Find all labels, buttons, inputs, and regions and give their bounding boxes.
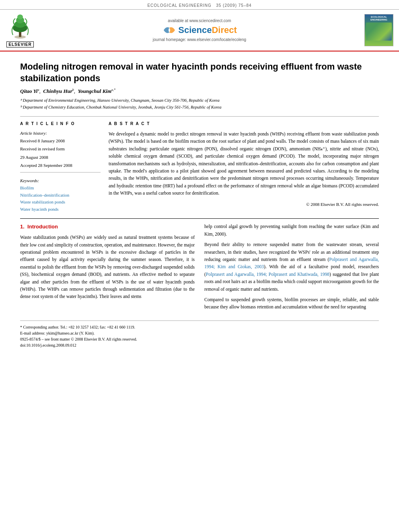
journal-homepage: journal homepage: www.elsevier.com/locat… — [153, 37, 246, 42]
ref-polprasert1994b[interactable]: Polprasert and Agarwalla, 1994; — [206, 272, 267, 277]
author1-name: Qitao Yi — [20, 88, 37, 94]
sd-label: ScienceDirect — [178, 25, 237, 35]
intro-number: 1. — [20, 224, 25, 230]
author3-sup: a,* — [111, 88, 115, 92]
eco-cover: ECOLOGICAL ENGINEERING — [363, 13, 395, 47]
intro-para2-text: help control algal growth by preventing … — [204, 224, 379, 236]
keyword-1[interactable]: Biofilm — [20, 185, 101, 192]
doi-note: doi:10.1016/j.ecoleng.2008.09.012 — [20, 342, 379, 348]
elsevier-label: ELSEVIER — [6, 41, 33, 47]
ref-kim2003[interactable]: Kim and Giokas, 2003 — [218, 264, 264, 269]
copyright: © 2008 Elsevier B.V. All rights reserved… — [109, 201, 379, 208]
author1-sup: a — [37, 88, 39, 92]
article-info-column: A R T I C L E I N F O Article history: R… — [20, 121, 101, 213]
keywords-section: Keywords: Biofilm Nitrification–denitrif… — [20, 177, 101, 213]
sciencedirect-logo: ScienceDirect — [162, 25, 237, 36]
svg-point-1 — [14, 35, 26, 39]
received-date: Received 8 January 2008 — [20, 138, 101, 144]
article-info-abstract-section: A R T I C L E I N F O Article history: R… — [20, 121, 379, 213]
affiliation-b: ᵇ Department of Chemistry Education, Cho… — [20, 104, 379, 111]
affiliation-a: ᵃ Department of Environmental Engineerin… — [20, 97, 379, 104]
issn-note: 0925-8574/$ – see front matter © 2008 El… — [20, 336, 379, 342]
info-divider — [20, 172, 101, 173]
footer-section: * Corresponding author. Tel.: +82 10 325… — [20, 320, 379, 348]
top-banner: ELSEVIER available at www.sciencedirect.… — [0, 10, 399, 51]
author3-name: Youngchul Kim — [78, 88, 111, 94]
authors-line: Qitao Yia, Chinhyu Hurb, Youngchul Kima,… — [20, 88, 379, 94]
author2-name: Chinhyu Hur — [43, 88, 72, 94]
elsevier-tree-icon — [6, 13, 34, 40]
article-info-label: A R T I C L E I N F O — [20, 121, 101, 127]
intro-para1: Waste stabilization ponds (WSPs) are wid… — [20, 234, 195, 300]
revised-date: 29 August 2008 — [20, 154, 101, 161]
journal-header: ECOLOGICAL ENGINEERING 35 (2009) 75–84 — [0, 0, 399, 10]
svg-point-5 — [17, 14, 23, 19]
elsevier-logo: ELSEVIER — [4, 13, 36, 47]
intro-para4: Compared to suspended growth systems, bi… — [204, 296, 379, 311]
body-columns: 1. Introduction Waste stabilization pond… — [20, 223, 379, 314]
journal-name: ECOLOGICAL ENGINEERING — [147, 3, 211, 8]
available-text: available at www.sciencedirect.com — [168, 18, 231, 23]
intro-title: Introduction — [27, 224, 58, 230]
intro-para3: Beyond their ability to remove suspended… — [204, 241, 379, 293]
author2-sup: b — [72, 88, 74, 92]
body-left-column: 1. Introduction Waste stabilization pond… — [20, 223, 195, 314]
intro-para2: help control algal growth by preventing … — [204, 223, 379, 238]
intro-heading: 1. Introduction — [20, 223, 195, 231]
abstract-column: A B S T R A C T We developed a dynamic m… — [109, 121, 379, 213]
main-content: Modeling nitrogen removal in water hyaci… — [0, 51, 399, 356]
body-right-column: help control algal growth by preventing … — [204, 223, 379, 314]
journal-volume: 35 (2009) 75–84 — [216, 3, 251, 8]
email-note: E-mail address: ykim@hanseo.ac.kr (Y. Ki… — [20, 330, 379, 336]
affiliations: ᵃ Department of Environmental Engineerin… — [20, 97, 379, 111]
history-label: Article history: — [20, 130, 101, 137]
sciencedirect-icon — [162, 25, 177, 36]
divider-after-affiliations — [20, 116, 379, 117]
journal-cover: ECOLOGICAL ENGINEERING — [364, 14, 393, 46]
keyword-4[interactable]: Water hyacinth ponds — [20, 206, 101, 213]
revised-label: Received in revised form — [20, 146, 101, 152]
article-title: Modeling nitrogen removal in water hyaci… — [20, 61, 379, 84]
corresponding-note: * Corresponding author. Tel.: +82 10 325… — [20, 324, 379, 330]
ref-polprasert1998[interactable]: Polprasert and Khatiwada, 1998 — [269, 272, 329, 277]
cover-image — [366, 23, 392, 41]
banner-center: available at www.sciencedirect.com Scien… — [40, 13, 359, 47]
accepted-date: Accepted 28 September 2008 — [20, 162, 101, 169]
cover-title: ECOLOGICAL ENGINEERING — [366, 16, 392, 21]
keyword-2[interactable]: Nitrification–denitrification — [20, 192, 101, 199]
body-divider — [20, 218, 379, 219]
abstract-text: We developed a dynamic model to predict … — [109, 130, 379, 197]
keywords-label: Keywords: — [20, 177, 101, 184]
abstract-label: A B S T R A C T — [109, 121, 379, 127]
keyword-3[interactable]: Waste stabilization ponds — [20, 199, 101, 206]
